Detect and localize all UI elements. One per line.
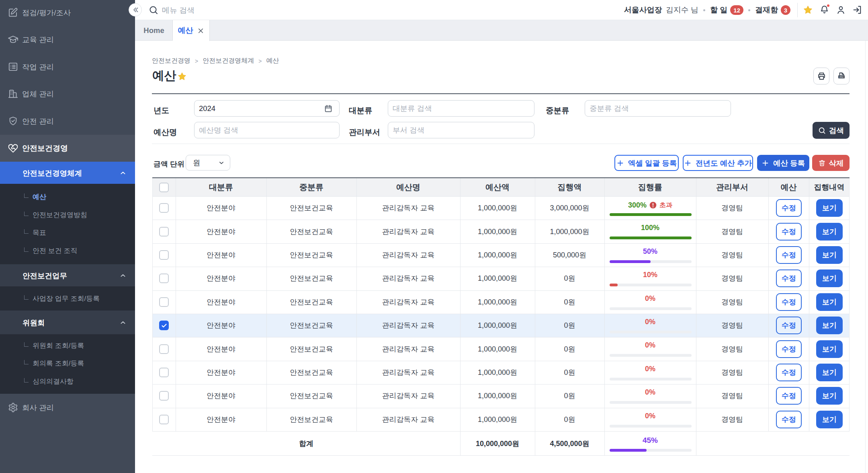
svg-text:xlsx: xlsx [839,76,844,78]
